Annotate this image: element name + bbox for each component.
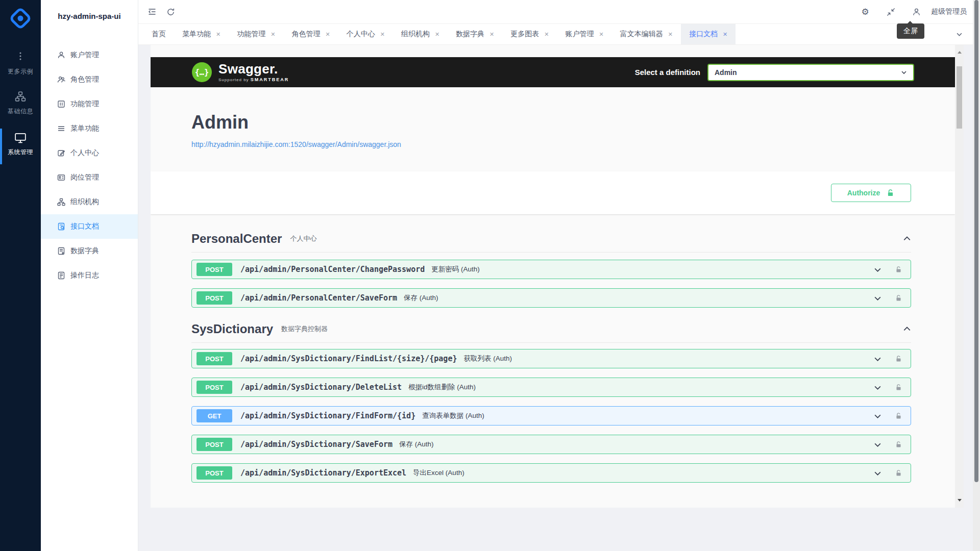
chevron-down-icon[interactable] [874, 266, 881, 273]
chevron-down-icon[interactable] [874, 384, 881, 391]
tab-accounts[interactable]: 账户管理✕ [557, 24, 612, 44]
sidebar-item-api-docs[interactable]: 接口文档 [41, 214, 138, 239]
close-icon[interactable]: ✕ [271, 31, 275, 38]
tab-api-docs[interactable]: 接口文档✕ [681, 24, 736, 44]
tab-list-chevron-icon[interactable] [956, 24, 963, 45]
rail-item-more-examples[interactable]: 更多示例 [0, 51, 41, 76]
method-badge: POST [197, 466, 232, 480]
authorize-button[interactable]: Authorize [831, 184, 911, 202]
chevron-up-icon[interactable] [903, 235, 911, 243]
close-icon[interactable]: ✕ [668, 31, 673, 38]
endpoint-row[interactable]: POST /api/admin/SysDictionary/DeleteList… [191, 378, 911, 397]
lock-open-icon[interactable] [895, 469, 902, 477]
endpoint-row[interactable]: POST /api/admin/SysDictionary/ExportExce… [191, 463, 911, 483]
close-icon[interactable]: ✕ [723, 31, 727, 38]
sidebar-item-label: 菜单功能 [70, 124, 99, 133]
tab-rich-text-editor[interactable]: 富文本编辑器✕ [612, 24, 681, 44]
toolbar-right: ⚙ 超级管理员 [859, 5, 967, 18]
iframe-scrollbar[interactable] [955, 45, 964, 508]
sidebar-item-personal-center[interactable]: 个人中心 [41, 141, 138, 165]
chevron-up-icon[interactable] [903, 325, 911, 333]
close-icon[interactable]: ✕ [599, 31, 604, 38]
endpoint-row[interactable]: POST /api/admin/PersonalCenter/SaveForm … [191, 288, 911, 308]
app-logo-icon[interactable] [9, 7, 32, 30]
lock-open-icon[interactable] [895, 266, 902, 273]
operations: PersonalCenter 个人中心 POST /api/admin/Pers… [151, 232, 955, 483]
refresh-icon[interactable] [164, 5, 177, 18]
select-definition-label: Select a definition [635, 68, 700, 77]
tab-dictionary[interactable]: 数据字典✕ [448, 24, 502, 44]
lock-open-icon[interactable] [895, 355, 902, 363]
sidebar-item-organization[interactable]: 组织机构 [41, 190, 138, 214]
tab-functions[interactable]: 功能管理✕ [229, 24, 283, 44]
endpoint-row[interactable]: POST /api/admin/SysDictionary/SaveForm 保… [191, 435, 911, 454]
sidebar-item-roles[interactable]: 角色管理 [41, 67, 138, 92]
sidebar-item-label: 账户管理 [70, 51, 99, 60]
chevron-down-icon[interactable] [874, 412, 881, 420]
unlock-icon [886, 189, 895, 197]
collapse-menu-icon[interactable] [145, 5, 159, 18]
close-icon[interactable]: ✕ [380, 31, 385, 38]
method-badge: POST [197, 291, 232, 305]
window-scrollbar[interactable] [973, 0, 980, 551]
rail-item-system-manage[interactable]: 系统管理 [0, 132, 41, 157]
sidebar-menu: 账户管理 角色管理 功能管理 菜单功能 个人中心 岗位管理 组织机构 接口文档 [41, 43, 138, 288]
tab-home[interactable]: 首页 [143, 24, 174, 44]
user-name[interactable]: 超级管理员 [931, 7, 967, 16]
scroll-up-arrow-icon[interactable] [955, 48, 964, 57]
window-scrollbar-thumb[interactable] [974, 0, 978, 482]
api-spec-link[interactable]: http://hzyadmin.milaizhijie.com:1520/swa… [191, 140, 401, 148]
endpoint-description: 查询表单数据 (Auth) [422, 411, 484, 420]
chevron-down-icon[interactable] [874, 294, 881, 302]
lock-open-icon[interactable] [895, 441, 902, 448]
api-info: Admin http://hzyadmin.milaizhijie.com:15… [151, 87, 955, 149]
sidebar-item-label: 岗位管理 [70, 173, 99, 182]
sidebar-item-menu-functions[interactable]: 菜单功能 [41, 116, 138, 141]
swagger-panel: {…} Swagger. Supported by SMARTBEAR Sele… [151, 45, 964, 508]
chevron-down-icon[interactable] [874, 441, 881, 448]
definition-select[interactable]: Admin [707, 64, 914, 81]
close-icon[interactable]: ✕ [216, 31, 220, 38]
endpoint-row[interactable]: POST /api/admin/PersonalCenter/ChangePas… [191, 260, 911, 279]
lock-open-icon[interactable] [895, 384, 902, 391]
org-chart-icon [0, 91, 41, 104]
sidebar-item-dictionary[interactable]: 数据字典 [41, 239, 138, 263]
sidebar-item-positions[interactable]: 岗位管理 [41, 165, 138, 190]
fullscreen-exit-icon[interactable] [884, 5, 897, 18]
section-description: 数据字典控制器 [281, 324, 328, 334]
endpoint-row[interactable]: POST /api/admin/SysDictionary/FindList/{… [191, 349, 911, 368]
close-icon[interactable]: ✕ [325, 31, 330, 38]
chevron-down-icon[interactable] [874, 469, 881, 477]
tab-personal-center[interactable]: 个人中心✕ [338, 24, 393, 44]
iframe-scrollbar-thumb[interactable] [957, 66, 962, 129]
definition-selected-value: Admin [715, 68, 737, 77]
scroll-down-arrow-icon[interactable] [955, 496, 964, 505]
sidebar-title: hzy-admin-spa-ui [41, 0, 138, 33]
tab-menu-functions[interactable]: 菜单功能✕ [174, 24, 229, 44]
tab-organization[interactable]: 组织机构✕ [393, 24, 448, 44]
close-icon[interactable]: ✕ [489, 31, 494, 38]
sidebar-item-label: 数据字典 [70, 246, 99, 256]
endpoint-row[interactable]: GET /api/admin/SysDictionary/FindForm/{i… [191, 406, 911, 425]
users-icon [57, 76, 65, 84]
lock-open-icon[interactable] [895, 294, 902, 302]
sidebar-item-operation-logs[interactable]: 操作日志 [41, 263, 138, 288]
section-name: SysDictionary [191, 322, 273, 336]
endpoint-description: 导出Excel (Auth) [413, 468, 464, 478]
rail-item-base-info[interactable]: 基础信息 [0, 91, 41, 116]
tab-roles[interactable]: 角色管理✕ [283, 24, 338, 44]
menu-lines-icon [57, 124, 65, 133]
chevron-down-icon[interactable] [874, 355, 881, 363]
settings-gear-icon[interactable]: ⚙ [859, 5, 872, 18]
content-area: {…} Swagger. Supported by SMARTBEAR Sele… [138, 45, 980, 551]
tab-more-charts[interactable]: 更多图表✕ [502, 24, 557, 44]
close-icon[interactable]: ✕ [435, 31, 439, 38]
user-avatar-icon[interactable] [910, 5, 923, 18]
sidebar-item-accounts[interactable]: 账户管理 [41, 43, 138, 67]
rail-item-label: 系统管理 [0, 148, 41, 157]
lock-open-icon[interactable] [895, 412, 902, 420]
close-icon[interactable]: ✕ [544, 31, 549, 38]
sidebar-item-functions[interactable]: 功能管理 [41, 92, 138, 116]
section-header-personalcenter[interactable]: PersonalCenter 个人中心 [191, 232, 911, 253]
section-header-sysdictionary[interactable]: SysDictionary 数据字典控制器 [191, 322, 911, 343]
